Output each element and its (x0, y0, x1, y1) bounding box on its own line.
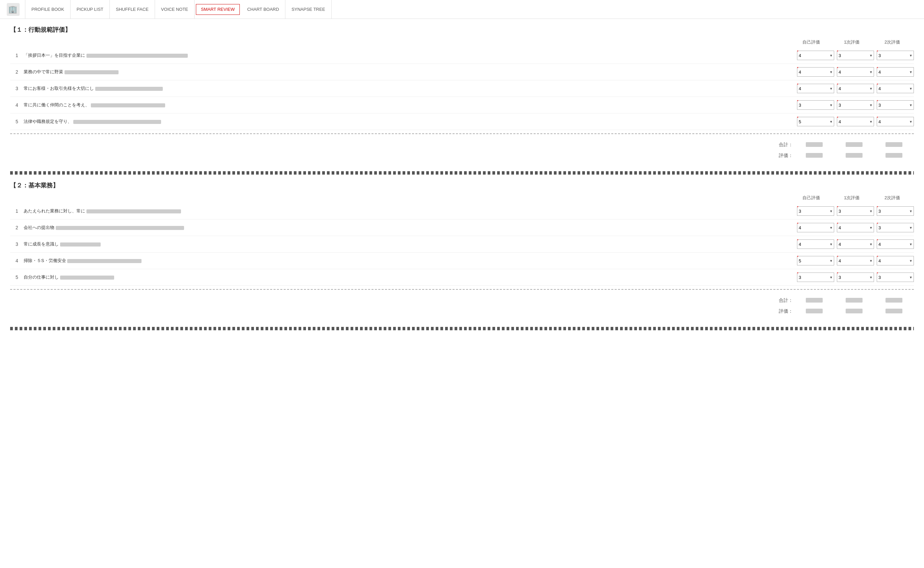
section-2: 【２：基本業務】自己評価1次評価2次評価1あたえられた業務に対し、常に 1234… (10, 181, 914, 317)
row-number: 5 (10, 119, 24, 124)
row-text: 常にお客様・お取引先様を大切にし (24, 85, 797, 92)
totals-blurred (806, 142, 823, 147)
select-wrap: 12345▼ (797, 206, 834, 216)
totals-val-1 (796, 142, 833, 148)
select-wrap: 12345▼ (877, 84, 914, 93)
eval-select[interactable]: 12345 (797, 256, 834, 266)
row-text: 「挨拶日本一」を目指す企業に (24, 52, 797, 59)
nav-item-smart-review[interactable]: SMART REVIEW (196, 4, 240, 15)
row-text: 法律や職務規定を守り、 (24, 119, 797, 125)
eval-select[interactable]: 12345 (837, 239, 874, 249)
col-header: 自己評価 (791, 39, 832, 45)
totals-blurred (806, 298, 823, 302)
eval-blurred (806, 309, 823, 313)
eval-select[interactable]: 12345 (877, 239, 914, 249)
nav-item-pickup-list[interactable]: PICKUP LIST (71, 0, 110, 18)
totals-val-3 (876, 142, 912, 148)
eval-select[interactable]: 12345 (877, 256, 914, 266)
select-wrap: 12345▼ (797, 100, 834, 110)
dashed-separator (10, 133, 914, 134)
nav-item-voice-note[interactable]: VOICE NOTE (155, 0, 195, 18)
eval-select[interactable]: 12345 (797, 206, 834, 216)
eval-select[interactable]: 12345 (877, 272, 914, 282)
eval-select[interactable]: 12345 (877, 84, 914, 93)
eval-select[interactable]: 12345 (837, 256, 874, 266)
select-wrap: 12345▼ (877, 256, 914, 266)
thick-dashed-separator (10, 171, 914, 175)
row-selects: 12345▼12345▼12345▼ (797, 117, 914, 126)
eval-select[interactable]: 12345 (837, 51, 874, 60)
row-number: 4 (10, 258, 24, 263)
section-1: 【１：行動規範評価】自己評価1次評価2次評価1「挨拶日本一」を目指す企業に 12… (10, 26, 914, 161)
totals-val-2 (835, 298, 873, 304)
rows-container-1: 1「挨拶日本一」を目指す企業に 12345▼12345▼12345▼2業務の中で… (10, 47, 914, 130)
select-wrap: 12345▼ (797, 239, 834, 249)
eval-select[interactable]: 12345 (837, 272, 874, 282)
eval-blurred (886, 309, 902, 313)
select-wrap: 12345▼ (877, 239, 914, 249)
totals-blurred (886, 142, 902, 147)
select-wrap: 12345▼ (837, 84, 874, 93)
eval-select[interactable]: 12345 (877, 51, 914, 60)
blurred-text (91, 103, 165, 107)
logo: 🏢 (7, 3, 20, 16)
eval-select[interactable]: 12345 (797, 67, 834, 77)
row-number: 2 (10, 225, 24, 230)
eval-row: 4常に共に働く仲間のことを考え、 12345▼12345▼12345▼ (10, 97, 914, 113)
eval-select[interactable]: 12345 (837, 117, 874, 126)
eval-select[interactable]: 12345 (797, 272, 834, 282)
totals-label: 合計： (779, 298, 793, 304)
eval-select[interactable]: 12345 (797, 223, 834, 232)
select-wrap: 12345▼ (837, 223, 874, 232)
blurred-text (86, 54, 188, 58)
eval-select[interactable]: 12345 (837, 84, 874, 93)
svg-text:🏢: 🏢 (8, 5, 18, 14)
col-headers-2: 自己評価1次評価2次評価 (10, 195, 914, 201)
totals-val-1 (796, 298, 833, 304)
row-selects: 12345▼12345▼12345▼ (797, 239, 914, 249)
select-wrap: 12345▼ (797, 256, 834, 266)
eval-blurred (806, 153, 823, 158)
row-text: 常に共に働く仲間のことを考え、 (24, 102, 797, 108)
eval-val-3 (876, 309, 912, 314)
navbar: 🏢 PROFILE BOOKPICKUP LISTSHUFFLE FACEVOI… (0, 0, 924, 19)
eval-select[interactable]: 12345 (877, 117, 914, 126)
row-selects: 12345▼12345▼12345▼ (797, 206, 914, 216)
eval-select[interactable]: 12345 (797, 84, 834, 93)
eval-select[interactable]: 12345 (877, 100, 914, 110)
eval-select[interactable]: 12345 (837, 100, 874, 110)
blurred-text (95, 87, 163, 91)
eval-blurred (845, 309, 862, 313)
eval-select[interactable]: 12345 (837, 223, 874, 232)
row-text: 業務の中で常に野菜 (24, 69, 797, 75)
eval-select[interactable]: 12345 (877, 223, 914, 232)
eval-blurred (845, 153, 862, 158)
eval-select[interactable]: 12345 (797, 51, 834, 60)
select-wrap: 12345▼ (837, 256, 874, 266)
nav-item-shuffle-face[interactable]: SHUFFLE FACE (110, 0, 155, 18)
col-header: 1次評価 (832, 39, 872, 45)
eval-select[interactable]: 12345 (877, 67, 914, 77)
eval-select[interactable]: 12345 (797, 100, 834, 110)
row-number: 3 (10, 242, 24, 247)
rows-container-2: 1あたえられた業務に対し、常に 12345▼12345▼12345▼2会社への提… (10, 203, 914, 286)
eval-row: 2会社への提出物 12345▼12345▼12345▼ (10, 219, 914, 236)
nav-items: PROFILE BOOKPICKUP LISTSHUFFLE FACEVOICE… (25, 0, 332, 18)
row-selects: 12345▼12345▼12345▼ (797, 223, 914, 232)
eval-select[interactable]: 12345 (797, 117, 834, 126)
nav-item-synapse-tree[interactable]: SYNAPSE TREE (285, 0, 331, 18)
select-wrap: 12345▼ (797, 67, 834, 77)
main-content: 【１：行動規範評価】自己評価1次評価2次評価1「挨拶日本一」を目指す企業に 12… (0, 19, 924, 344)
eval-val-2 (835, 153, 873, 159)
eval-select[interactable]: 12345 (877, 206, 914, 216)
nav-item-chart-board[interactable]: CHART BOARD (241, 0, 285, 18)
totals-blurred (886, 298, 902, 302)
eval-select[interactable]: 12345 (797, 239, 834, 249)
eval-row: 5自分の仕事に対し 12345▼12345▼12345▼ (10, 269, 914, 286)
select-wrap: 12345▼ (837, 117, 874, 126)
eval-select[interactable]: 12345 (837, 206, 874, 216)
eval-select[interactable]: 12345 (837, 67, 874, 77)
nav-item-profile-book[interactable]: PROFILE BOOK (25, 0, 71, 18)
row-number: 1 (10, 53, 24, 58)
row-number: 3 (10, 86, 24, 91)
